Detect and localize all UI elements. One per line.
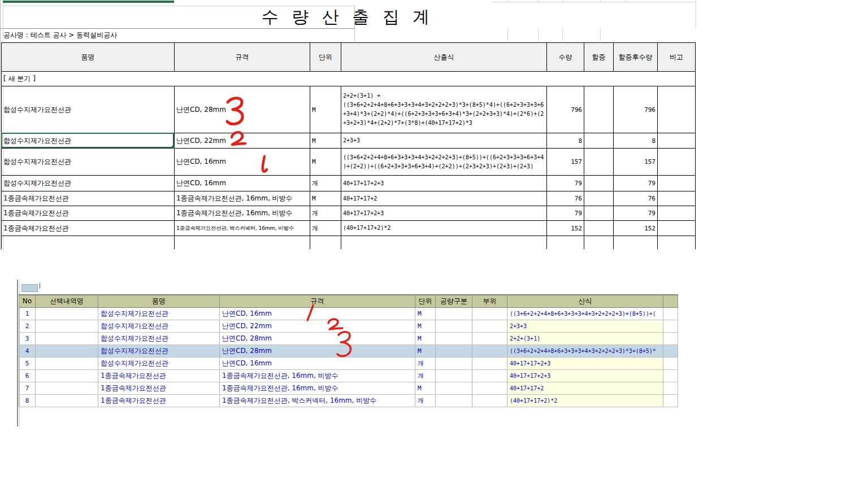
item-formula-cell[interactable]: 2+2+(3+1) + ((3+6+2+2+4+8+6+3+3+3+4+3+2+… bbox=[341, 86, 547, 133]
empty-cell[interactable] bbox=[310, 236, 341, 249]
part-cell[interactable] bbox=[472, 332, 507, 345]
extra-cell[interactable] bbox=[663, 307, 678, 320]
item-surcharge-cell[interactable] bbox=[584, 176, 614, 191]
item-spec-cell[interactable]: 난연CD, 28mm bbox=[175, 86, 310, 133]
item-name-cell[interactable]: 합성수지제가요전선관 bbox=[98, 320, 220, 332]
item-surcharge-cell[interactable] bbox=[584, 206, 614, 221]
item-unit-cell[interactable]: 개 bbox=[310, 176, 341, 191]
item-unit-cell[interactable]: 개 bbox=[415, 394, 436, 407]
item-note-cell[interactable] bbox=[658, 221, 696, 236]
item-unit-cell[interactable]: M bbox=[415, 332, 436, 345]
part-cell[interactable] bbox=[472, 357, 507, 369]
list-item[interactable]: 1 합성수지제가요전선관 난연CD, 16mm M ((3+6+2+2+4+8+… bbox=[19, 307, 678, 320]
item-note-cell[interactable] bbox=[658, 176, 696, 191]
work-class-cell[interactable] bbox=[436, 394, 472, 407]
row-number[interactable]: 8 bbox=[19, 394, 36, 407]
item-qty-after-cell[interactable]: 79 bbox=[614, 206, 658, 221]
sel-name-cell[interactable] bbox=[36, 382, 98, 394]
item-qty-after-cell[interactable]: 796 bbox=[614, 86, 658, 133]
item-note-cell[interactable] bbox=[658, 206, 696, 221]
item-unit-cell[interactable]: 개 bbox=[310, 206, 341, 221]
sel-name-cell[interactable] bbox=[36, 332, 98, 345]
item-spec-cell[interactable]: 난연CD, 28mm bbox=[220, 345, 415, 357]
row-number[interactable]: 4 bbox=[19, 345, 36, 357]
item-spec-cell[interactable]: 난연CD, 22mm bbox=[220, 320, 415, 332]
row-number[interactable]: 1 bbox=[19, 307, 36, 320]
detail-header-work-class[interactable]: 공량구분 bbox=[436, 295, 472, 307]
item-formula-cell[interactable]: (40+17+17+2)*2 bbox=[341, 221, 547, 236]
item-qty-after-cell[interactable]: 152 bbox=[614, 221, 658, 236]
item-unit-cell[interactable]: M bbox=[415, 382, 436, 394]
part-cell[interactable] bbox=[472, 394, 507, 407]
item-formula-cell[interactable]: 40+17+17+2+3 bbox=[341, 206, 547, 221]
part-cell[interactable] bbox=[472, 320, 507, 332]
item-note-cell[interactable] bbox=[658, 86, 696, 133]
extra-cell[interactable] bbox=[663, 369, 678, 382]
item-name-cell[interactable]: 합성수지제가요전선관 bbox=[98, 345, 220, 357]
item-qty-cell[interactable]: 152 bbox=[547, 221, 584, 236]
item-name-cell[interactable]: 합성수지제가요전선관 bbox=[98, 307, 220, 320]
sel-name-cell[interactable] bbox=[36, 307, 98, 320]
part-cell[interactable] bbox=[472, 369, 507, 382]
list-item[interactable]: 7 1종금속제가요전선관 1종금속제가요전선관, 16mm, 비방수 M 40+… bbox=[19, 382, 678, 394]
item-name-cell[interactable]: 1종금속제가요전선관 bbox=[2, 206, 175, 221]
empty-cell[interactable] bbox=[614, 236, 658, 249]
empty-cell[interactable] bbox=[584, 236, 614, 249]
item-name-cell[interactable]: 합성수지제가요전선관 bbox=[2, 149, 175, 176]
item-unit-cell[interactable]: 개 bbox=[415, 357, 436, 369]
empty-cell[interactable] bbox=[2, 236, 175, 249]
formula-cell[interactable]: ((3+6+2+2+4+8+6+3+3+3+4+3+2+2+2+3)+(8+5)… bbox=[507, 307, 663, 320]
item-qty-after-cell[interactable]: 76 bbox=[614, 191, 658, 206]
item-note-cell[interactable] bbox=[658, 149, 696, 176]
detail-header-spec[interactable]: 규격 bbox=[220, 295, 415, 307]
item-qty-cell[interactable]: 79 bbox=[547, 206, 584, 221]
item-name-cell[interactable]: 1종금속제가요전선관 bbox=[2, 191, 175, 206]
item-surcharge-cell[interactable] bbox=[584, 133, 614, 149]
item-spec-cell[interactable]: 난연CD, 16mm bbox=[175, 176, 310, 191]
summary-header-spec[interactable]: 규격 bbox=[175, 43, 310, 72]
item-spec-cell[interactable]: 1종금속제가요전선관, 박스커넥터, 16mm, 비방수 bbox=[220, 394, 415, 407]
item-spec-cell[interactable]: 난연CD, 16mm bbox=[220, 307, 415, 320]
empty-cell[interactable] bbox=[175, 236, 310, 249]
item-formula-cell[interactable]: 40+17+17+2 bbox=[341, 191, 547, 206]
project-name-cell[interactable]: 공사명 : 테스트 공사 > 동력설비공사 bbox=[0, 28, 354, 41]
item-unit-cell[interactable]: M bbox=[415, 345, 436, 357]
item-unit-cell[interactable]: M bbox=[310, 133, 341, 149]
item-formula-cell[interactable]: 40+17+17+2+3 bbox=[341, 176, 547, 191]
item-surcharge-cell[interactable] bbox=[584, 86, 614, 133]
row-number[interactable]: 2 bbox=[19, 320, 36, 332]
group-label-cell[interactable]: [ 새 분기 ] bbox=[2, 72, 696, 86]
detail-header-part[interactable]: 부위 bbox=[472, 295, 507, 307]
detail-header-no[interactable]: No bbox=[19, 295, 36, 307]
item-qty-cell[interactable]: 79 bbox=[547, 176, 584, 191]
work-class-cell[interactable] bbox=[436, 332, 472, 345]
item-unit-cell[interactable]: M bbox=[310, 86, 341, 133]
part-cell[interactable] bbox=[472, 382, 507, 394]
sel-name-cell[interactable] bbox=[36, 345, 98, 357]
detail-header-formula[interactable]: 산식 bbox=[507, 295, 663, 307]
part-cell[interactable] bbox=[472, 307, 507, 320]
list-item[interactable]: 5 합성수지제가요전선관 난연CD, 16mm 개 40+17+17+2+3 bbox=[19, 357, 678, 369]
part-cell[interactable] bbox=[472, 345, 507, 357]
list-item[interactable]: 8 1종금속제가요전선관 1종금속제가요전선관, 박스커넥터, 16mm, 비방… bbox=[19, 394, 678, 407]
item-unit-cell[interactable]: 개 bbox=[310, 221, 341, 236]
item-note-cell[interactable] bbox=[658, 133, 696, 149]
empty-cell[interactable] bbox=[658, 236, 696, 249]
item-name-cell[interactable]: 1종금속제가요전선관 bbox=[2, 221, 175, 236]
item-surcharge-cell[interactable] bbox=[584, 149, 614, 176]
extra-cell[interactable] bbox=[663, 320, 678, 332]
item-name-cell[interactable]: 합성수지제가요전선관 bbox=[98, 332, 220, 345]
list-item[interactable]: 2 합성수지제가요전선관 난연CD, 22mm M 2+3+3 bbox=[19, 320, 678, 332]
sel-name-cell[interactable] bbox=[36, 394, 98, 407]
item-formula-cell[interactable]: ((3+6+2+2+4+8+6+3+3+3+4+3+2+2+2+3)+(8+5)… bbox=[341, 149, 547, 176]
item-name-cell[interactable]: 합성수지제가요전선관 bbox=[98, 357, 220, 369]
extra-cell[interactable] bbox=[663, 357, 678, 369]
formula-cell[interactable]: ((3+6+2+2+4+8+6+3+3+3+4+3+2+2+2+3)*3+(8+… bbox=[507, 345, 663, 357]
item-spec-cell[interactable]: 난연CD, 16mm bbox=[175, 149, 310, 176]
item-surcharge-cell[interactable] bbox=[584, 221, 614, 236]
item-spec-cell[interactable]: 난연CD, 22mm bbox=[175, 133, 310, 149]
row-number[interactable]: 7 bbox=[19, 382, 36, 394]
detail-header-unit[interactable]: 단위 bbox=[415, 295, 436, 307]
item-spec-cell[interactable]: 1종금속제가요전선관, 16mm, 비방수 bbox=[175, 191, 310, 206]
item-spec-cell[interactable]: 난연CD, 16mm bbox=[220, 357, 415, 369]
